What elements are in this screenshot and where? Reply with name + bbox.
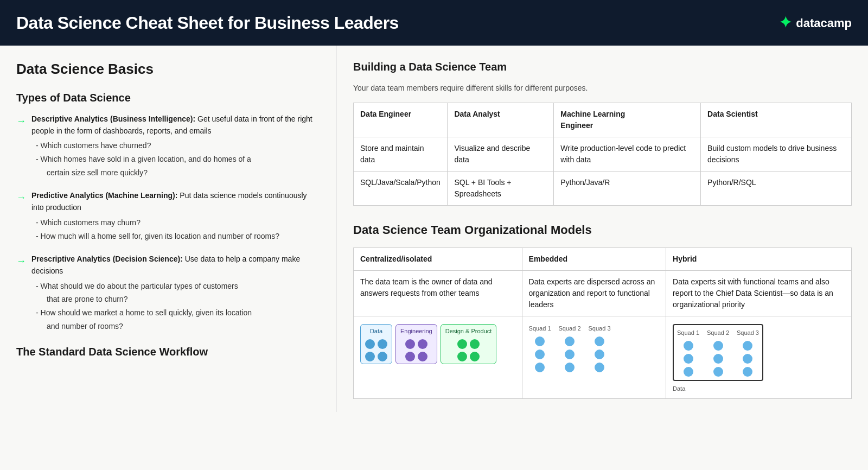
hybrid-squad-3-title: Squad 3 xyxy=(737,328,759,338)
org-diagram-centralized: Data xyxy=(354,316,522,399)
squad3-dot2 xyxy=(595,350,604,359)
org-header-2: Embedded xyxy=(522,248,666,271)
team-cell-1-4: Build custom models to drive business de… xyxy=(701,137,852,172)
hs3-dot1 xyxy=(743,341,752,351)
analytics-bold-1: Descriptive Analytics (Business Intellig… xyxy=(31,115,195,123)
team-title: Building a Data Science Team xyxy=(353,59,852,75)
team-row-2: SQL/Java/Scala/Python SQL + BI Tools + S… xyxy=(354,172,852,206)
org-desc-row: The data team is the owner of data and a… xyxy=(354,271,852,316)
dot-purple-3 xyxy=(405,352,415,361)
analytics-label-2: Predictive Analytics (Machine Learning):… xyxy=(31,190,320,213)
org-title: Data Science Team Organizational Models xyxy=(353,221,852,239)
org-header-1: Centralized/isolated xyxy=(354,248,522,271)
squad-block-2: Squad 2 xyxy=(559,324,581,372)
team-cell-2-3: Python/Java/R xyxy=(554,172,701,206)
squad1-dot2 xyxy=(535,350,545,359)
analytics-sub-3c: - How should we market a home to sell qu… xyxy=(36,307,320,319)
arrow-icon-2: → xyxy=(16,190,26,205)
analytics-sub-3a: - What should we do about the particular… xyxy=(36,281,320,293)
analytics-bold-2: Predictive Analytics (Machine Learning): xyxy=(31,191,177,200)
org-diagram-row: Data xyxy=(354,316,852,399)
types-title: Types of Data Science xyxy=(16,90,320,106)
squad3-dot1 xyxy=(595,336,604,346)
team-box-data: Data xyxy=(360,324,392,364)
org-diagram-hybrid: Squad 1 Squad 2 xyxy=(666,316,852,399)
team-header-2: Data Analyst xyxy=(448,103,554,137)
hs2-dot2 xyxy=(713,354,723,364)
team-header-3: Machine LearningEngineer xyxy=(554,103,701,137)
arrow-icon-3: → xyxy=(16,254,26,269)
section-title: Data Science Basics xyxy=(16,59,320,80)
team-cell-2-2: SQL + BI Tools + Spreadsheets xyxy=(448,172,554,206)
design-dots xyxy=(445,339,492,361)
hybrid-squad-1-title: Squad 1 xyxy=(677,328,699,338)
main-content: Data Science Basics Types of Data Scienc… xyxy=(0,46,868,412)
dot-blue-2 xyxy=(378,339,387,349)
org-desc-2: Data experts are dispersed across an org… xyxy=(522,271,666,316)
analytics-sub-2b: - How much will a home sell for, given i… xyxy=(36,231,320,243)
analytics-content-3: Prescriptive Analytics (Decision Science… xyxy=(31,253,320,334)
team-box-eng-label: Engineering xyxy=(400,327,432,336)
page-title: Data Science Cheat Sheet for Business Le… xyxy=(16,10,399,36)
squad3-dot3 xyxy=(595,363,604,372)
hs3-dot3 xyxy=(743,367,752,377)
squad1-dot3 xyxy=(535,363,545,372)
org-diagram-embedded: Squad 1 Squad 2 xyxy=(522,316,666,399)
analytics-item-predictive: → Predictive Analytics (Machine Learning… xyxy=(16,190,320,244)
squad2-dot2 xyxy=(565,350,575,359)
org-table: Centralized/isolated Embedded Hybrid The… xyxy=(353,247,852,399)
analytics-sub-3b: that are prone to churn? xyxy=(47,294,320,306)
workflow-title: The Standard Data Science Workflow xyxy=(16,344,320,360)
team-box-engineering: Engineering xyxy=(395,324,437,364)
analytics-sub-1c: certain size sell more quickly? xyxy=(47,167,320,179)
dot-purple-4 xyxy=(418,352,427,361)
hybrid-squad-2-title: Squad 2 xyxy=(707,328,729,338)
team-header-1: Data Engineer xyxy=(354,103,448,137)
team-row-1: Store and maintain data Visualize and de… xyxy=(354,137,852,172)
analytics-item-descriptive: → Descriptive Analytics (Business Intell… xyxy=(16,113,320,180)
squad-2-title: Squad 2 xyxy=(559,324,581,333)
hs1-dot3 xyxy=(684,367,693,377)
team-box-data-label: Data xyxy=(365,327,387,336)
hs3-dot2 xyxy=(743,354,752,364)
squad-block-3: Squad 3 xyxy=(589,324,611,372)
hybrid-squad-2: Squad 2 xyxy=(707,328,729,377)
team-cell-1-2: Visualize and describe data xyxy=(448,137,554,172)
left-column: Data Science Basics Types of Data Scienc… xyxy=(0,46,336,412)
analytics-bold-3: Prescriptive Analytics (Decision Science… xyxy=(31,255,183,263)
logo-icon: ✦ xyxy=(779,11,792,34)
team-header-4: Data Scientist xyxy=(701,103,852,137)
dot-green-2 xyxy=(470,339,480,349)
team-cell-2-1: SQL/Java/Scala/Python xyxy=(354,172,448,206)
team-cell-1-3: Write production-level code to predict w… xyxy=(554,137,701,172)
hybrid-box: Squad 1 Squad 2 xyxy=(673,324,763,381)
squad-3-title: Squad 3 xyxy=(589,324,611,333)
analytics-sub-3d: and number of rooms? xyxy=(47,321,320,333)
logo: ✦ datacamp xyxy=(779,11,852,34)
eng-dots xyxy=(400,339,432,361)
dot-green-4 xyxy=(470,352,480,361)
analytics-content-2: Predictive Analytics (Machine Learning):… xyxy=(31,190,320,244)
data-dots xyxy=(365,339,387,361)
squad1-dot1 xyxy=(535,336,545,346)
team-box-design-label: Design & Product xyxy=(445,327,492,336)
team-cell-2-4: Python/R/SQL xyxy=(701,172,852,206)
team-subtitle: Your data team members require different… xyxy=(353,82,852,94)
hybrid-squad-1: Squad 1 xyxy=(677,328,699,377)
org-header-3: Hybrid xyxy=(666,248,852,271)
hs1-dot1 xyxy=(684,341,693,351)
analytics-label-3: Prescriptive Analytics (Decision Science… xyxy=(31,253,320,277)
hybrid-data-label: Data xyxy=(673,384,845,393)
dot-blue-3 xyxy=(365,352,375,361)
team-cell-1-1: Store and maintain data xyxy=(354,137,448,172)
analytics-sub-2a: - Which customers may churn? xyxy=(36,217,320,229)
squad-1-title: Squad 1 xyxy=(529,324,551,333)
dot-purple-1 xyxy=(405,339,415,349)
dot-purple-2 xyxy=(418,339,427,349)
logo-text: datacamp xyxy=(796,14,852,32)
hybrid-squad-3: Squad 3 xyxy=(737,328,759,377)
dot-blue-1 xyxy=(365,339,375,349)
analytics-sub-1a: - Which customers have churned? xyxy=(36,140,320,152)
team-box-design: Design & Product xyxy=(441,324,497,364)
header: Data Science Cheat Sheet for Business Le… xyxy=(0,0,868,46)
